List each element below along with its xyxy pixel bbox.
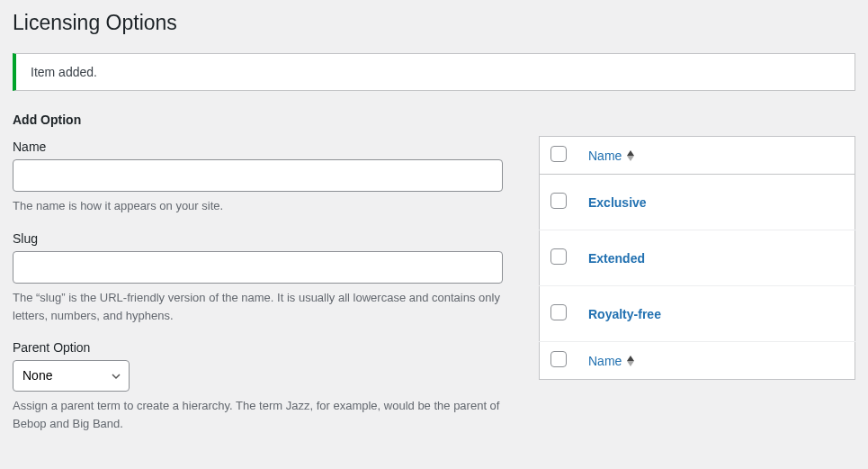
parent-desc: Assign a parent term to create a hierarc… (13, 397, 503, 432)
select-all-top[interactable] (550, 146, 567, 162)
slug-label: Slug (13, 231, 503, 246)
add-option-form: Add Option Name The name is how it appea… (13, 113, 503, 448)
col-footer-name[interactable]: Name (588, 354, 634, 368)
success-notice: Item added. (13, 53, 855, 91)
parent-label: Parent Option (13, 340, 503, 355)
row-checkbox[interactable] (550, 248, 567, 265)
col-header-name[interactable]: Name (588, 149, 634, 163)
sort-icon (627, 356, 634, 366)
select-all-bottom[interactable] (550, 351, 567, 367)
table-row: Royalty-free (540, 286, 855, 342)
table-row: Extended (540, 230, 855, 286)
table-row: Exclusive (540, 175, 855, 230)
col-footer-name-label: Name (588, 354, 622, 368)
slug-input[interactable] (13, 251, 503, 284)
name-label: Name (13, 140, 503, 154)
slug-desc: The “slug” is the URL-friendly version o… (13, 289, 503, 324)
row-title-link[interactable]: Royalty-free (588, 307, 661, 321)
options-table: Name Exclusive (539, 136, 855, 380)
page-title: Licensing Options (13, 7, 855, 39)
name-desc: The name is how it appears on your site. (13, 197, 503, 215)
notice-message: Item added. (31, 65, 97, 79)
form-heading: Add Option (13, 113, 503, 127)
row-title-link[interactable]: Exclusive (588, 195, 647, 210)
sort-icon (627, 150, 634, 161)
parent-select[interactable]: None (13, 360, 130, 392)
row-checkbox[interactable] (550, 193, 567, 209)
name-input[interactable] (13, 159, 503, 192)
col-header-name-label: Name (588, 149, 622, 163)
row-checkbox[interactable] (550, 304, 567, 320)
row-title-link[interactable]: Extended (588, 251, 645, 266)
